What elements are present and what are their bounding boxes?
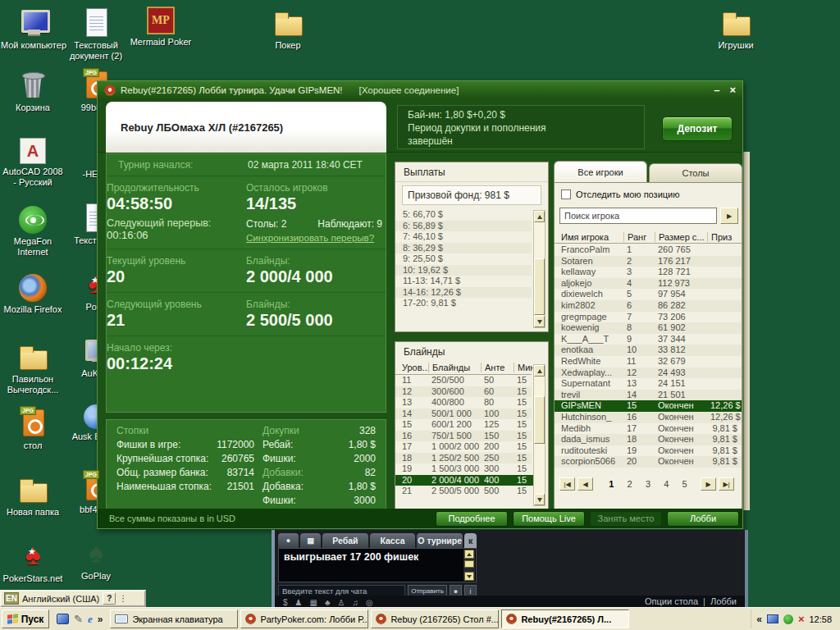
table-toolbar-icon[interactable]: ♙ (338, 598, 345, 607)
player-row[interactable]: GIPsMEN15Окончен12,26 $ (555, 400, 742, 412)
table-toolbar-icon[interactable]: ▦ (310, 598, 317, 607)
sync-break-link[interactable]: Синхронизировать перерыв? (246, 233, 374, 243)
table-toolbar-icon[interactable]: ♣ (325, 598, 331, 607)
scrollbar-thumb[interactable] (464, 560, 474, 568)
desktop-icon[interactable]: Игрушки (702, 7, 769, 51)
desktop-icon[interactable]: Павильон Вычегодск... (2, 340, 64, 407)
taskbar-button[interactable]: Rebuy (2167265) Стол #... (371, 609, 499, 628)
player-row[interactable]: Medibh17Окончен9,81 $ (555, 423, 742, 435)
player-row[interactable]: aljokejo4112 973 (555, 278, 742, 290)
desktop-icon[interactable]: Покер (254, 7, 322, 51)
desktop-icon[interactable]: Новая папка (2, 473, 64, 540)
tab-all-players[interactable]: Все игроки (554, 161, 647, 182)
player-row[interactable]: dada_ismus18Окончен9,81 $ (555, 434, 742, 445)
tab-tables[interactable]: Столы (649, 163, 742, 182)
pen-icon[interactable]: ✎ (74, 613, 83, 625)
megafon-tray-icon[interactable] (783, 614, 793, 624)
language-help-button[interactable]: ? (103, 592, 116, 605)
player-search-input[interactable] (559, 208, 717, 224)
table-toolbar-icon[interactable]: ◎ (366, 598, 373, 607)
player-row[interactable]: scorpion506620Окончен9,81 $ (555, 456, 742, 468)
quick-launch-overflow-icon[interactable]: » (98, 614, 103, 625)
network-icon[interactable] (767, 614, 778, 623)
desktop-icon[interactable]: MegaFon Internet (2, 206, 64, 272)
player-row[interactable]: ruditouteski19Окончен9,81 $ (555, 445, 742, 457)
player-row[interactable]: RedWhite1132 679 (555, 356, 742, 368)
table-tab[interactable]: Ребай (322, 533, 368, 548)
payouts-scrollbar[interactable] (533, 210, 546, 328)
minimize-button[interactable]: – (714, 84, 719, 96)
taskbar-button[interactable]: Экранная клавиатура (110, 609, 238, 628)
desktop-icon[interactable]: Текстовый документ (2) (62, 7, 130, 62)
player-row[interactable]: enotkaa1033 812 (555, 345, 742, 356)
page-number[interactable]: 5 (682, 479, 687, 489)
chat-log[interactable]: выигрывает 17 200 фишек (278, 548, 477, 582)
table-options-link[interactable]: Опции стола (645, 596, 698, 606)
player-row[interactable]: kellaway3128 721 (555, 267, 742, 278)
track-position-checkbox[interactable]: Отследить мою позицию (561, 189, 679, 199)
pager-prev-button[interactable]: ◀ (578, 477, 593, 491)
tray-collapse-chevron-icon[interactable]: « (756, 614, 762, 625)
chat-scrollbar[interactable] (463, 550, 475, 581)
player-row[interactable]: gregmpage773 206 (555, 312, 742, 323)
language-options-button[interactable]: ⋮ (119, 594, 127, 603)
page-number[interactable]: 2 (628, 479, 632, 489)
internet-explorer-icon[interactable]: e (88, 613, 93, 626)
blinds-scrollbar[interactable] (533, 364, 546, 506)
desktop-icon[interactable]: Мой компьютер (0, 7, 67, 51)
player-row[interactable]: trevil1421 501 (555, 390, 742, 401)
table-tab[interactable]: Касса (370, 533, 416, 548)
scroll-up-icon[interactable] (534, 365, 545, 377)
page-number[interactable]: 1 (609, 479, 614, 489)
deposit-button[interactable]: Депозит (662, 116, 733, 141)
scroll-up-icon[interactable] (464, 550, 474, 559)
checkbox-icon[interactable] (561, 189, 571, 199)
page-number[interactable]: 3 (646, 479, 651, 489)
desktop-icon[interactable]: Mozilla Firefox (2, 274, 64, 340)
language-bar[interactable]: EN Английский (США) ? ⋮ (0, 590, 146, 607)
lobby-button[interactable]: Лобби (667, 511, 739, 527)
scroll-down-icon[interactable] (464, 572, 474, 581)
table-tab[interactable]: О турнире (417, 533, 463, 548)
start-button[interactable]: Пуск (2, 609, 49, 628)
player-row[interactable]: Sotaren2176 217 (555, 256, 742, 267)
scroll-down-icon[interactable] (534, 316, 545, 327)
notes-tab-icon[interactable]: ▤ (300, 533, 321, 548)
scrollbar-thumb[interactable] (534, 258, 545, 315)
details-button[interactable]: Подробнее (436, 511, 508, 527)
scroll-down-icon[interactable] (534, 494, 545, 505)
pager-next-button[interactable]: ▶ (701, 477, 716, 491)
show-desktop-icon[interactable] (57, 614, 69, 624)
desktop-icon[interactable]: AAutoCAD 2008 - Русский (2, 138, 64, 204)
window-titlebar[interactable]: Rebuy(#2167265) Лобби турнира. Удачи GIP… (98, 81, 742, 99)
player-row[interactable]: FrancoPalm1260 765 (555, 244, 742, 256)
player-row[interactable]: dixiewelch597 954 (555, 289, 742, 300)
pager-last-button[interactable]: ▶| (719, 477, 734, 491)
live-help-button[interactable]: Помощь Live (513, 511, 585, 527)
player-row[interactable]: Supernatant1324 151 (555, 378, 742, 390)
taskbar-button[interactable]: PartyPoker.com: Лобби Р... (240, 609, 368, 628)
scrollbar-thumb[interactable] (534, 396, 545, 444)
player-row[interactable]: K___A___T937 344 (555, 334, 742, 345)
page-number[interactable]: 4 (664, 479, 669, 489)
language-code-badge[interactable]: EN (4, 592, 19, 605)
chat-tab-icon[interactable]: ● (278, 533, 299, 548)
player-row[interactable]: Xedwaplay...1224 493 (555, 368, 742, 379)
table-tab[interactable]: к (464, 533, 477, 548)
desktop-icon[interactable]: MPMermaid Poker (127, 7, 194, 48)
taskbar-button[interactable]: Rebuy(#2167265) Л... (501, 609, 629, 628)
desktop-icon[interactable]: JPGстол (2, 407, 64, 473)
error-tray-icon[interactable]: × (798, 614, 805, 624)
player-row[interactable]: koewenig861 902 (555, 322, 742, 334)
search-go-button[interactable]: ▶ (720, 208, 738, 224)
player-row[interactable]: kim2802686 282 (555, 300, 742, 312)
pager-first-button[interactable]: |◀ (559, 477, 575, 491)
close-button[interactable]: × (729, 84, 736, 96)
table-toolbar-icon[interactable]: $ (283, 598, 288, 607)
desktop-icon[interactable]: Корзина (2, 69, 64, 135)
table-lobby-link[interactable]: Лобби (710, 596, 737, 606)
scroll-up-icon[interactable] (534, 211, 545, 222)
player-row[interactable]: Hutchinson_16Окончен12,26 $ (555, 412, 742, 423)
table-toolbar-icon[interactable]: ♫ (353, 598, 359, 607)
table-toolbar-icon[interactable]: ♟ (295, 598, 303, 607)
